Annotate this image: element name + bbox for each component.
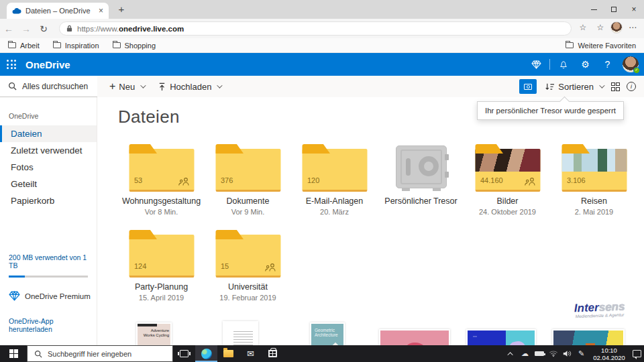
taskbar-clock[interactable]: 10:10 02.04.2020	[588, 347, 630, 361]
mail-button[interactable]: ✉	[239, 345, 262, 362]
tab-close-icon[interactable]: ×	[99, 6, 103, 15]
upload-label: Hochladen	[170, 82, 211, 92]
folder-tile[interactable]: 44.160 Bilder 24. Oktober 2019	[464, 140, 551, 223]
storage-usage-link[interactable]: 200 MB verwendet von 1 TB	[9, 253, 97, 269]
folder-tile[interactable]: 120 E-Mail-Anlagen 20. März	[291, 140, 378, 223]
premium-button[interactable]: OneDrive Premium	[9, 291, 97, 301]
maximize-icon	[611, 7, 616, 12]
new-button[interactable]: + Neu	[103, 76, 151, 97]
sidebar: OneDrive DateienZuletzt verwendetFotosGe…	[0, 97, 97, 345]
shared-people-icon	[524, 177, 535, 186]
tray-chevron-up-icon[interactable]	[504, 352, 518, 356]
add-favorite-star-icon[interactable]: ☆	[576, 23, 590, 32]
browser-tab[interactable]: Dateien – OneDrive ×	[7, 3, 109, 19]
battery-icon[interactable]	[532, 351, 546, 356]
close-button[interactable]: ×	[624, 0, 644, 19]
folder-tile[interactable]: 15 Universität 19. Februar 2019	[205, 226, 291, 309]
vault-locked-tooltip: Ihr persönlicher Tresor wurde gesperrt	[477, 101, 624, 120]
file-thumbnail[interactable]	[379, 329, 450, 345]
folder-tile[interactable]: 124 Party-Planung 15. April 2019	[118, 226, 205, 309]
app-download-link[interactable]: OneDrive-App herunterladen	[9, 317, 97, 333]
settings-gear-icon[interactable]: ⚙	[574, 53, 596, 76]
refresh-button[interactable]: ↻	[35, 23, 52, 34]
upload-icon	[158, 82, 166, 91]
folder-icon: 53	[129, 144, 194, 192]
back-button[interactable]: ←	[0, 23, 17, 34]
folder-date: 20. März	[291, 208, 378, 216]
browser-menu-icon[interactable]: ⋯	[625, 23, 640, 32]
new-tab-button[interactable]: +	[114, 3, 129, 15]
favorites-hub-icon[interactable]: ☆	[593, 23, 608, 32]
shared-people-icon	[264, 263, 276, 272]
lock-icon	[66, 25, 72, 32]
view-grid-icon[interactable]	[611, 82, 620, 91]
shared-people-icon	[178, 177, 189, 186]
store-button[interactable]	[262, 345, 284, 362]
folder-tile[interactable]: 376 Dokumente Vor 9 Min.	[205, 140, 291, 223]
favorite-item[interactable]: Arbeit	[8, 42, 40, 50]
sidebar-item-dateien[interactable]: Dateien	[0, 125, 97, 142]
edge-taskbar-button[interactable]	[195, 345, 217, 362]
personal-vault-button[interactable]	[519, 79, 537, 94]
forward-button[interactable]: →	[17, 23, 35, 34]
folder-item-count: 44.160	[480, 176, 503, 184]
maximize-button[interactable]	[604, 0, 624, 19]
search-box[interactable]: Alles durchsuchen	[0, 76, 97, 97]
folder-tile[interactable]: 53 Wohnungsgestaltung Vor 8 Min.	[118, 140, 205, 223]
folder-item-count: 124	[134, 262, 146, 270]
app-launcher-icon[interactable]	[0, 53, 23, 76]
sidebar-item-fotos[interactable]: Fotos	[0, 159, 97, 176]
task-view-button[interactable]	[173, 345, 195, 362]
sidebar-item-zuletzt-verwendet[interactable]: Zuletzt verwendet	[0, 142, 97, 159]
store-icon	[268, 350, 277, 357]
header-right-icons: ⚙ ? ✓	[525, 53, 644, 76]
action-center-button[interactable]	[630, 350, 644, 357]
file-thumbnail[interactable]: Geometric Architecture	[310, 322, 345, 345]
onedrive-cloud-tray-icon[interactable]: ☁	[518, 349, 532, 358]
taskbar-search-placeholder: Suchbegriff hier eingeben	[48, 350, 131, 358]
taskbar-search-box[interactable]: Suchbegriff hier eingeben	[27, 345, 173, 362]
onedrive-app-title[interactable]: OneDrive	[25, 59, 70, 70]
folder-tile[interactable]: 3.106 Reisen 2. Mai 2019	[551, 140, 637, 223]
sidebar-item-geteilt[interactable]: Geteilt	[0, 176, 97, 192]
folder-name: Dokumente	[205, 196, 291, 206]
tab-title: Dateien – OneDrive	[25, 7, 95, 15]
sort-label: Sortieren	[558, 82, 594, 92]
file-thumbnail[interactable]: Adventure Works Cycling	[136, 322, 172, 345]
account-avatar[interactable]: ✓	[623, 56, 639, 72]
folder-name: Reisen	[551, 196, 637, 206]
folder-tile[interactable]: Persönlicher Tresor	[378, 140, 464, 223]
help-icon[interactable]: ?	[596, 53, 619, 76]
browser-profile-avatar[interactable]	[610, 21, 623, 34]
sidebar-item-label: Geteilt	[11, 179, 37, 189]
wifi-icon[interactable]	[546, 350, 560, 357]
volume-icon[interactable]	[560, 350, 574, 357]
file-thumbnail[interactable]	[223, 321, 258, 345]
file-thumbnail[interactable]	[466, 329, 536, 345]
premium-gem-icon[interactable]	[525, 53, 547, 76]
favorite-item[interactable]: Inspiration	[53, 42, 99, 50]
favorite-item[interactable]: Shopping	[113, 42, 156, 50]
upload-button[interactable]: Hochladen	[151, 76, 227, 97]
onedrive-header: OneDrive ⚙ ? ✓	[0, 53, 644, 76]
navbar-right-icons: ☆ ☆ ⋯	[576, 21, 640, 34]
file-explorer-button[interactable]	[217, 345, 239, 362]
minimize-button[interactable]	[584, 0, 604, 19]
folder-date: 24. Oktober 2019	[464, 208, 551, 216]
address-bar[interactable]: https://www.onedrive.live.com	[59, 21, 572, 36]
file-thumbnail[interactable]	[552, 329, 625, 345]
start-button[interactable]	[0, 345, 27, 362]
new-label: Neu	[119, 82, 135, 92]
system-tray: ☁ ✎ 10:10 02.04.2020	[504, 345, 644, 362]
folder-item-count: 15	[221, 262, 229, 270]
presence-badge: ✓	[633, 67, 640, 74]
notifications-bell-icon[interactable]	[552, 53, 574, 76]
more-favorites-button[interactable]: Weitere Favoriten	[566, 42, 636, 50]
taskbar: Suchbegriff hier eingeben ✉ ☁ ✎ 10:10 02…	[0, 345, 644, 362]
sidebar-item-papierkorb[interactable]: Papierkorb	[0, 192, 97, 209]
sort-button[interactable]: Sortieren	[543, 76, 604, 97]
details-info-icon[interactable]: i	[627, 82, 636, 91]
folder-icon-area: 44.160	[464, 140, 551, 194]
folder-icon-area	[378, 140, 464, 194]
windows-ink-pen-icon[interactable]: ✎	[574, 349, 588, 358]
